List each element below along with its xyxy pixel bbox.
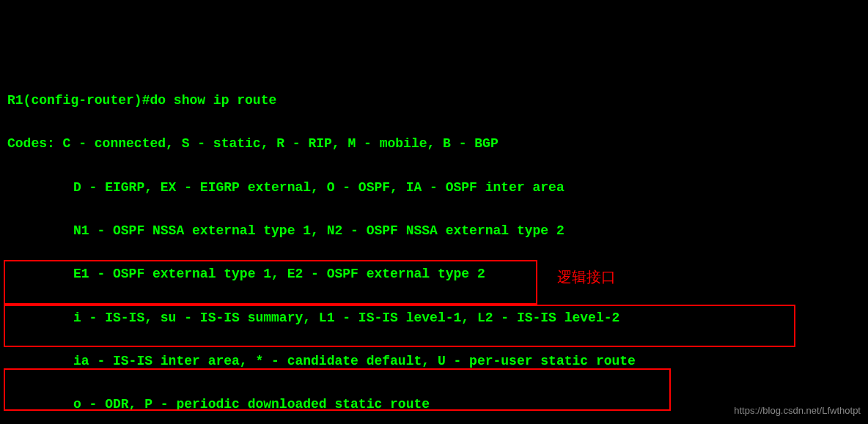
terminal-prompt: R1(config-router)#do show ip route — [7, 90, 861, 112]
watermark: https://blog.csdn.net/Lfwthotpt — [734, 403, 861, 418]
codes-line-4: i - IS-IS, su - IS-IS summary, L1 - IS-I… — [7, 308, 861, 330]
annotation-logical-interface: 逻辑接口 — [557, 265, 616, 289]
codes-line-6: o - ODR, P - periodic downloaded static … — [7, 394, 861, 416]
codes-line-5: ia - IS-IS inter area, * - candidate def… — [7, 351, 861, 373]
codes-line-3: E1 - OSPF external type 1, E2 - OSPF ext… — [7, 264, 861, 286]
codes-line-1: D - EIGRP, EX - EIGRP external, O - OSPF… — [7, 177, 861, 199]
codes-line-2: N1 - OSPF NSSA external type 1, N2 - OSP… — [7, 220, 861, 242]
codes-line-0: Codes: C - connected, S - static, R - RI… — [7, 133, 861, 155]
